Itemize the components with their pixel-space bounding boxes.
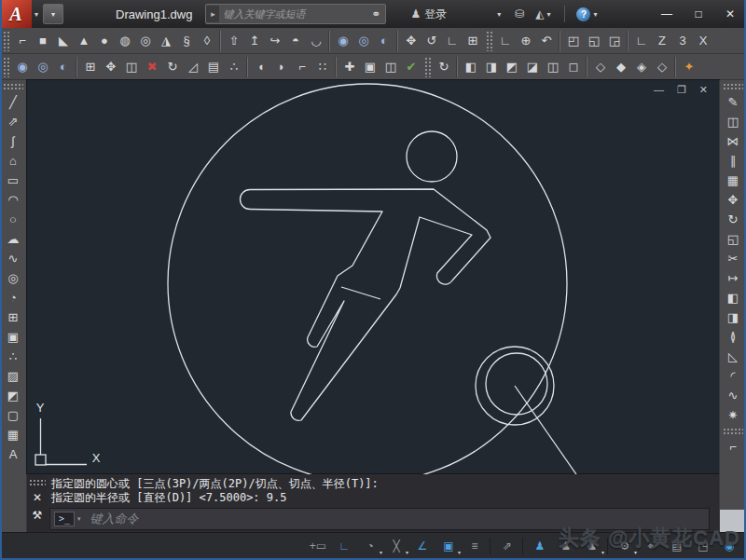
search-input[interactable]: [219, 7, 366, 21]
gradient-icon[interactable]: ◩: [1, 386, 25, 405]
copy-icon[interactable]: ◫: [721, 112, 745, 131]
maximize-button[interactable]: □: [683, 3, 714, 25]
planar-surface-icon[interactable]: ◊: [197, 30, 217, 51]
extrude-icon[interactable]: ↥: [244, 30, 265, 51]
help-arrow-icon[interactable]: ▾: [593, 10, 597, 19]
object-snap-icon[interactable]: ▣▾: [436, 536, 461, 556]
exchange-cart-icon[interactable]: ⛁: [515, 7, 524, 20]
lineweight-icon[interactable]: ≡: [463, 536, 487, 556]
ucs-previous-icon[interactable]: ↶: [536, 30, 557, 51]
mtext-icon[interactable]: A: [1, 444, 25, 464]
scale-icon[interactable]: ◱: [721, 229, 745, 249]
polyline-icon[interactable]: ∫: [1, 131, 25, 151]
ucs-z-axis-icon[interactable]: Z: [652, 30, 672, 51]
blend-curves-icon[interactable]: ∿: [721, 386, 745, 405]
3d-align-icon[interactable]: ∟: [442, 30, 463, 51]
loft-icon[interactable]: ◡: [306, 30, 326, 51]
toolbar-grip[interactable]: [3, 31, 9, 51]
intersect-icon[interactable]: ◐: [374, 30, 394, 51]
toolbar-grip[interactable]: [424, 57, 431, 77]
convert-to-solid-icon[interactable]: ∴: [224, 56, 244, 77]
polygon-icon[interactable]: ⌂: [1, 151, 25, 171]
torus-icon[interactable]: ◎: [135, 30, 156, 51]
figure-thigh-line[interactable]: [341, 287, 380, 299]
ucs-object-icon[interactable]: ◱: [584, 30, 604, 51]
cylinder-icon[interactable]: ◍: [115, 30, 135, 51]
move-icon[interactable]: ✥: [721, 190, 745, 210]
dynamic-input-icon[interactable]: ⇗: [495, 536, 519, 556]
subtract-icon[interactable]: ◎: [353, 30, 374, 51]
view-left-icon[interactable]: ◩: [502, 56, 522, 77]
offset-icon[interactable]: ∥: [721, 151, 745, 171]
mirror-icon[interactable]: ⋈: [721, 131, 745, 151]
region-icon[interactable]: ▢: [1, 405, 25, 425]
toolbar-grip[interactable]: [3, 57, 9, 77]
view-nw-isometric-icon[interactable]: ◇: [652, 56, 672, 77]
ellipse-arc-icon[interactable]: ◔: [1, 288, 25, 307]
break-icon[interactable]: ◨: [721, 307, 745, 327]
outer-boundary-circle[interactable]: [168, 84, 567, 474]
3d-move-icon[interactable]: ✥: [401, 30, 421, 51]
extend-icon[interactable]: ↦: [721, 268, 745, 288]
shell-icon[interactable]: ✔: [401, 56, 421, 77]
ucs-rotate-x-icon[interactable]: X: [693, 30, 713, 51]
ucs-icon[interactable]: ∟: [495, 30, 516, 51]
erase-icon[interactable]: ✎: [721, 92, 745, 112]
figure-head-circle[interactable]: [407, 131, 457, 182]
camera-icon[interactable]: ✦: [679, 56, 699, 77]
make-block-icon[interactable]: ▣: [1, 327, 25, 347]
solid-history-icon[interactable]: ⊞: [80, 56, 101, 77]
command-input-placeholder[interactable]: 键入命令: [90, 511, 139, 527]
drawing-minimize-button[interactable]: —: [654, 85, 664, 95]
a360-icon[interactable]: ◭: [535, 7, 544, 20]
ucs-origin-icon[interactable]: ∟: [631, 30, 652, 51]
spline-icon[interactable]: ∿: [1, 249, 25, 268]
close-command-window-icon[interactable]: ✕: [28, 488, 47, 506]
hatch-icon[interactable]: ▨: [1, 366, 25, 386]
rotate-icon[interactable]: ↻: [721, 210, 745, 229]
view-se-isometric-icon[interactable]: ◆: [611, 56, 631, 77]
view-back-icon[interactable]: ◻: [563, 56, 584, 77]
view-ne-isometric-icon[interactable]: ◈: [631, 56, 652, 77]
docked-toolbar-partial-icon[interactable]: ⌐: [721, 437, 745, 457]
box-icon[interactable]: ■: [33, 30, 53, 51]
toolbar-grip[interactable]: [3, 83, 23, 89]
polar-tracking-icon[interactable]: ◔▾: [358, 536, 382, 556]
view-right-icon[interactable]: ◪: [522, 56, 543, 77]
application-menu-button[interactable]: A: [0, 0, 32, 28]
object-snap-tracking-icon[interactable]: ∠: [410, 536, 435, 556]
move-subobject-icon[interactable]: ✥: [101, 56, 121, 77]
interfere-icon[interactable]: ↻: [434, 56, 454, 77]
erase-subobject-icon[interactable]: ✖: [142, 56, 162, 77]
trim-icon[interactable]: ✂: [721, 249, 745, 268]
toolbar-grip[interactable]: [723, 83, 743, 89]
sign-in-control[interactable]: ♟ 登录 ▾: [401, 7, 504, 22]
ucs-view-icon[interactable]: ◲: [604, 30, 625, 51]
ellipse-icon[interactable]: ◎: [1, 268, 25, 288]
circle-icon[interactable]: ○: [1, 210, 25, 229]
helix-icon[interactable]: §: [176, 30, 197, 51]
construction-line-icon[interactable]: ⇗: [1, 112, 25, 131]
isometric-drafting-icon[interactable]: ╳▾: [384, 536, 408, 556]
subtract-solid-icon[interactable]: ◎: [33, 56, 53, 77]
annotation-visibility-icon[interactable]: ♟: [528, 536, 552, 556]
array-icon[interactable]: ▦: [721, 171, 745, 190]
ucs-world-icon[interactable]: ⊕: [516, 30, 536, 51]
ucs-3-point-icon[interactable]: 3: [672, 30, 693, 51]
chamfer-icon[interactable]: ◺: [721, 347, 745, 366]
drawing-close-button[interactable]: ✕: [699, 85, 708, 95]
view-front-icon[interactable]: ◫: [543, 56, 563, 77]
thicken-icon[interactable]: ▤: [203, 56, 224, 77]
presspull-icon[interactable]: ⇧: [224, 30, 244, 51]
ortho-mode-icon[interactable]: ∟: [332, 536, 356, 556]
view-sw-isometric-icon[interactable]: ◇: [590, 56, 611, 77]
intersect-solid-icon[interactable]: ◐: [53, 56, 74, 77]
recent-commands-arrow-icon[interactable]: ▾: [77, 515, 81, 523]
close-button[interactable]: ✕: [714, 3, 746, 25]
cone-icon[interactable]: ▲: [74, 30, 94, 51]
infer-constraints-icon[interactable]: +▭: [306, 536, 330, 556]
separate-icon[interactable]: ◫: [380, 56, 401, 77]
drawing-restore-button[interactable]: ❐: [677, 85, 686, 95]
extract-edge-icon[interactable]: ⌐: [292, 56, 312, 77]
offset-edge-icon[interactable]: ∷: [312, 56, 333, 77]
